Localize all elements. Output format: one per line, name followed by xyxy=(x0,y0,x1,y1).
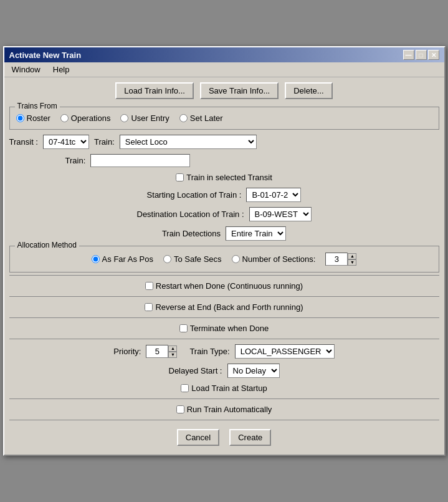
transit-row: Transit : 07-41tc Train: Select Loco xyxy=(4,132,444,152)
load-startup-row: Load Train at Startup xyxy=(4,380,444,396)
as-far-as-pos-label: As Far As Pos xyxy=(102,254,153,264)
menu-help[interactable]: Help xyxy=(50,64,72,75)
restart-label: Restart when Done (Continuous running) xyxy=(156,281,303,291)
num-sections-label: Number of Sections: xyxy=(242,254,316,264)
train-detections-label: Train Detections xyxy=(162,229,221,238)
operations-radio[interactable] xyxy=(60,114,69,122)
destination-location-select[interactable]: B-09-WEST xyxy=(249,207,312,221)
transit-label: Transit : xyxy=(9,137,38,147)
main-window: Activate New Train — □ ✕ Window Help Loa… xyxy=(3,46,446,456)
terminate-row: Terminate when Done xyxy=(4,321,444,336)
load-train-info-button[interactable]: Load Train Info... xyxy=(115,82,194,99)
terminate-option[interactable]: Terminate when Done xyxy=(179,324,269,333)
title-bar: Activate New Train — □ ✕ xyxy=(4,47,444,62)
divider-3 xyxy=(9,317,439,318)
run-auto-option[interactable]: Run Train Automatically xyxy=(176,405,272,414)
num-sections-radio[interactable] xyxy=(232,255,240,263)
reverse-option[interactable]: Reverse at End (Back and Forth running) xyxy=(145,302,303,312)
load-startup-option[interactable]: Load Train at Startup xyxy=(181,384,267,393)
train-in-transit-row: Train in selected Transit xyxy=(4,170,444,185)
train-in-transit-option[interactable]: Train in selected Transit xyxy=(176,173,272,182)
priority-spinner-buttons: ▲ ▼ xyxy=(168,345,177,358)
toolbar: Load Train Info... Save Train Info... De… xyxy=(4,77,444,104)
set-later-label: Set Later xyxy=(190,113,223,123)
load-startup-checkbox[interactable] xyxy=(181,384,189,392)
spinner-up-button[interactable]: ▲ xyxy=(348,253,356,259)
restart-row: Restart when Done (Continuous running) xyxy=(4,278,444,294)
to-safe-secs-label: To Safe Secs xyxy=(174,254,222,264)
destination-location-row: Destination Location of Train : B-09-WES… xyxy=(4,205,444,224)
menu-bar: Window Help xyxy=(4,62,444,77)
starting-location-row: Starting Location of Train : B-01-07-2 xyxy=(4,185,444,205)
train-detections-select[interactable]: Entire Train xyxy=(226,226,286,241)
run-auto-checkbox[interactable] xyxy=(176,405,184,413)
starting-location-label: Starting Location of Train : xyxy=(147,190,242,200)
user-entry-radio[interactable] xyxy=(120,114,128,122)
delete-button[interactable]: Delete... xyxy=(285,82,332,99)
menu-window[interactable]: Window xyxy=(9,64,43,75)
trains-from-section: Trains From Roster Operations User Entry… xyxy=(9,107,439,130)
reverse-row: Reverse at End (Back and Forth running) xyxy=(4,299,444,315)
train-name-row: Train: xyxy=(4,152,444,170)
train-name-input[interactable] xyxy=(90,154,190,167)
priority-down-button[interactable]: ▼ xyxy=(168,352,177,358)
close-button[interactable]: ✕ xyxy=(428,50,439,60)
train-in-transit-checkbox[interactable] xyxy=(176,173,184,181)
priority-label: Priority: xyxy=(113,347,141,356)
trains-from-radio-group: Roster Operations User Entry Set Later xyxy=(16,111,432,125)
destination-location-label: Destination Location of Train : xyxy=(137,210,244,219)
load-startup-label: Load Train at Startup xyxy=(191,384,267,393)
num-sections-input[interactable] xyxy=(325,253,348,266)
to-safe-secs-radio[interactable] xyxy=(163,255,171,263)
window-controls: — □ ✕ xyxy=(403,50,439,60)
num-sections-spinner: ▲ ▼ xyxy=(325,253,356,266)
minimize-button[interactable]: — xyxy=(403,50,414,60)
maximize-button[interactable]: □ xyxy=(416,50,427,60)
as-far-as-pos-option[interactable]: As Far As Pos xyxy=(92,254,153,264)
bottom-buttons: Cancel Create xyxy=(4,423,444,452)
content-area: Window Help Load Train Info... Save Trai… xyxy=(4,62,444,455)
terminate-checkbox[interactable] xyxy=(179,324,188,332)
user-entry-option[interactable]: User Entry xyxy=(120,113,169,123)
operations-option[interactable]: Operations xyxy=(60,113,111,123)
save-train-info-button[interactable]: Save Train Info... xyxy=(200,82,279,99)
roster-radio[interactable] xyxy=(16,114,24,122)
to-safe-secs-option[interactable]: To Safe Secs xyxy=(163,254,222,264)
priority-spinner: ▲ ▼ xyxy=(146,345,177,358)
allocation-label: Allocation Method xyxy=(15,241,79,249)
trains-from-label: Trains From xyxy=(15,102,60,110)
train-in-transit-label: Train in selected Transit xyxy=(186,173,272,182)
divider-5 xyxy=(9,398,439,399)
spinner-buttons: ▲ ▼ xyxy=(348,253,356,266)
priority-input[interactable] xyxy=(146,345,168,358)
train-type-select[interactable]: LOCAL_PASSENGER xyxy=(235,344,335,359)
delayed-start-label: Delayed Start : xyxy=(169,366,222,375)
set-later-option[interactable]: Set Later xyxy=(179,113,223,123)
cancel-button[interactable]: Cancel xyxy=(177,429,219,446)
starting-location-select[interactable]: B-01-07-2 xyxy=(246,188,301,202)
train-loco-select[interactable]: Select Loco xyxy=(120,135,257,149)
run-auto-label: Run Train Automatically xyxy=(187,405,272,414)
allocation-radio-group: As Far As Pos To Safe Secs Number of Sec… xyxy=(16,250,432,268)
as-far-as-pos-radio[interactable] xyxy=(92,255,100,263)
divider-1 xyxy=(9,275,439,276)
set-later-radio[interactable] xyxy=(179,114,188,122)
spinner-down-button[interactable]: ▼ xyxy=(348,259,356,266)
priority-up-button[interactable]: ▲ xyxy=(168,345,177,352)
transit-select[interactable]: 07-41tc xyxy=(43,135,89,149)
roster-option[interactable]: Roster xyxy=(16,113,50,123)
restart-option[interactable]: Restart when Done (Continuous running) xyxy=(145,281,303,291)
divider-4 xyxy=(9,339,439,339)
allocation-section: Allocation Method As Far As Pos To Safe … xyxy=(9,246,439,273)
restart-checkbox[interactable] xyxy=(145,282,153,290)
operations-label: Operations xyxy=(71,113,111,123)
roster-label: Roster xyxy=(27,113,50,123)
create-button[interactable]: Create xyxy=(229,429,271,446)
delayed-start-select[interactable]: No Delay xyxy=(227,364,280,378)
reverse-checkbox[interactable] xyxy=(145,303,153,311)
terminate-label: Terminate when Done xyxy=(190,324,269,333)
train-loco-label: Train: xyxy=(94,137,115,147)
window-title: Activate New Train xyxy=(9,51,82,60)
delayed-start-row: Delayed Start : No Delay xyxy=(4,361,444,380)
num-sections-option[interactable]: Number of Sections: xyxy=(232,254,316,264)
